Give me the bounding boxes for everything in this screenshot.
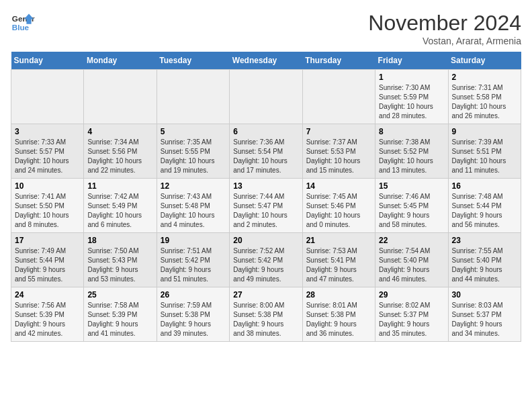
calendar-week-row: 1Sunrise: 7:30 AM Sunset: 5:59 PM Daylig… [11,70,521,124]
day-info: Sunrise: 8:00 AM Sunset: 5:38 PM Dayligh… [233,301,298,338]
calendar-cell: 16Sunrise: 7:48 AM Sunset: 5:44 PM Dayli… [448,179,521,233]
calendar-cell: 2Sunrise: 7:31 AM Sunset: 5:58 PM Daylig… [448,70,521,124]
calendar-week-row: 24Sunrise: 7:56 AM Sunset: 5:39 PM Dayli… [11,287,521,342]
calendar-cell: 28Sunrise: 8:01 AM Sunset: 5:38 PM Dayli… [302,287,375,342]
day-info: Sunrise: 7:52 AM Sunset: 5:42 PM Dayligh… [233,246,298,284]
day-number: 4 [87,127,152,136]
day-number: 3 [15,127,80,136]
calendar-cell: 26Sunrise: 7:59 AM Sunset: 5:38 PM Dayli… [157,287,229,342]
day-info: Sunrise: 7:41 AM Sunset: 5:50 PM Dayligh… [15,192,80,230]
day-number: 10 [15,181,80,191]
day-info: Sunrise: 7:58 AM Sunset: 5:39 PM Dayligh… [87,301,152,338]
day-info: Sunrise: 8:03 AM Sunset: 5:37 PM Dayligh… [452,301,517,338]
calendar-cell [230,70,302,124]
day-number: 11 [87,181,152,191]
calendar-body: 1Sunrise: 7:30 AM Sunset: 5:59 PM Daylig… [11,70,521,342]
day-info: Sunrise: 7:59 AM Sunset: 5:38 PM Dayligh… [161,301,226,338]
logo: General Blue [11,11,35,35]
day-number: 22 [379,236,444,245]
calendar-cell: 22Sunrise: 7:54 AM Sunset: 5:40 PM Dayli… [375,233,448,287]
day-info: Sunrise: 7:44 AM Sunset: 5:47 PM Dayligh… [233,192,298,230]
logo-icon: General Blue [11,11,35,35]
day-number: 1 [379,73,444,82]
day-info: Sunrise: 7:55 AM Sunset: 5:40 PM Dayligh… [452,246,517,284]
calendar-cell [302,70,375,124]
day-number: 30 [452,290,517,300]
day-number: 13 [233,181,298,191]
weekday-header-row: Sunday Monday Tuesday Wednesday Thursday… [11,52,521,70]
calendar-cell: 13Sunrise: 7:44 AM Sunset: 5:47 PM Dayli… [230,179,302,233]
day-number: 15 [379,181,444,191]
day-info: Sunrise: 7:36 AM Sunset: 5:54 PM Dayligh… [233,138,298,175]
day-info: Sunrise: 7:51 AM Sunset: 5:42 PM Dayligh… [161,246,226,284]
day-number: 9 [452,127,517,136]
calendar-header: Sunday Monday Tuesday Wednesday Thursday… [11,52,521,70]
calendar-cell: 25Sunrise: 7:58 AM Sunset: 5:39 PM Dayli… [84,287,157,342]
day-info: Sunrise: 7:53 AM Sunset: 5:41 PM Dayligh… [306,246,371,284]
calendar-cell [157,70,229,124]
day-number: 25 [87,290,152,300]
day-info: Sunrise: 7:37 AM Sunset: 5:53 PM Dayligh… [306,138,371,175]
day-info: Sunrise: 7:31 AM Sunset: 5:58 PM Dayligh… [452,83,517,121]
day-number: 7 [306,127,371,136]
day-number: 28 [306,290,371,300]
day-info: Sunrise: 7:34 AM Sunset: 5:56 PM Dayligh… [87,138,152,175]
page-header: General Blue November 2024 Vostan, Arara… [11,11,521,46]
calendar-week-row: 17Sunrise: 7:49 AM Sunset: 5:44 PM Dayli… [11,233,521,287]
day-number: 12 [161,181,226,191]
calendar-cell: 18Sunrise: 7:50 AM Sunset: 5:43 PM Dayli… [84,233,157,287]
header-saturday: Saturday [448,52,521,70]
day-info: Sunrise: 7:50 AM Sunset: 5:43 PM Dayligh… [87,246,152,284]
calendar-cell: 7Sunrise: 7:37 AM Sunset: 5:53 PM Daylig… [302,124,375,179]
calendar-cell: 4Sunrise: 7:34 AM Sunset: 5:56 PM Daylig… [84,124,157,179]
calendar-cell: 21Sunrise: 7:53 AM Sunset: 5:41 PM Dayli… [302,233,375,287]
day-number: 16 [452,181,517,191]
header-wednesday: Wednesday [230,52,302,70]
calendar-week-row: 10Sunrise: 7:41 AM Sunset: 5:50 PM Dayli… [11,179,521,233]
day-info: Sunrise: 7:43 AM Sunset: 5:48 PM Dayligh… [161,192,226,230]
day-info: Sunrise: 7:49 AM Sunset: 5:44 PM Dayligh… [15,246,80,284]
calendar-cell: 8Sunrise: 7:38 AM Sunset: 5:52 PM Daylig… [375,124,448,179]
day-info: Sunrise: 7:39 AM Sunset: 5:51 PM Dayligh… [452,138,517,175]
calendar-cell: 10Sunrise: 7:41 AM Sunset: 5:50 PM Dayli… [11,179,84,233]
calendar-cell: 23Sunrise: 7:55 AM Sunset: 5:40 PM Dayli… [448,233,521,287]
calendar-cell: 30Sunrise: 8:03 AM Sunset: 5:37 PM Dayli… [448,287,521,342]
day-number: 24 [15,290,80,300]
calendar-cell: 15Sunrise: 7:46 AM Sunset: 5:45 PM Dayli… [375,179,448,233]
calendar-cell: 27Sunrise: 8:00 AM Sunset: 5:38 PM Dayli… [230,287,302,342]
day-info: Sunrise: 7:38 AM Sunset: 5:52 PM Dayligh… [379,138,444,175]
day-number: 18 [87,236,152,245]
calendar-cell: 1Sunrise: 7:30 AM Sunset: 5:59 PM Daylig… [375,70,448,124]
calendar-cell: 11Sunrise: 7:42 AM Sunset: 5:49 PM Dayli… [84,179,157,233]
calendar-cell: 19Sunrise: 7:51 AM Sunset: 5:42 PM Dayli… [157,233,229,287]
day-number: 29 [379,290,444,300]
day-info: Sunrise: 7:45 AM Sunset: 5:46 PM Dayligh… [306,192,371,230]
calendar-cell: 20Sunrise: 7:52 AM Sunset: 5:42 PM Dayli… [230,233,302,287]
day-number: 5 [161,127,226,136]
day-number: 26 [161,290,226,300]
calendar-cell: 12Sunrise: 7:43 AM Sunset: 5:48 PM Dayli… [157,179,229,233]
day-info: Sunrise: 7:54 AM Sunset: 5:40 PM Dayligh… [379,246,444,284]
header-tuesday: Tuesday [157,52,229,70]
day-number: 17 [15,236,80,245]
day-info: Sunrise: 7:56 AM Sunset: 5:39 PM Dayligh… [15,301,80,338]
day-info: Sunrise: 8:02 AM Sunset: 5:37 PM Dayligh… [379,301,444,338]
day-info: Sunrise: 7:42 AM Sunset: 5:49 PM Dayligh… [87,192,152,230]
calendar-table: Sunday Monday Tuesday Wednesday Thursday… [11,52,521,342]
day-info: Sunrise: 7:46 AM Sunset: 5:45 PM Dayligh… [379,192,444,230]
header-friday: Friday [375,52,448,70]
day-info: Sunrise: 7:33 AM Sunset: 5:57 PM Dayligh… [15,138,80,175]
calendar-cell [84,70,157,124]
calendar-cell: 6Sunrise: 7:36 AM Sunset: 5:54 PM Daylig… [230,124,302,179]
calendar-cell [11,70,84,124]
title-block: November 2024 Vostan, Ararat, Armenia [368,11,521,46]
calendar-cell: 14Sunrise: 7:45 AM Sunset: 5:46 PM Dayli… [302,179,375,233]
calendar-cell: 3Sunrise: 7:33 AM Sunset: 5:57 PM Daylig… [11,124,84,179]
calendar-cell: 5Sunrise: 7:35 AM Sunset: 5:55 PM Daylig… [157,124,229,179]
day-number: 21 [306,236,371,245]
calendar-cell: 29Sunrise: 8:02 AM Sunset: 5:37 PM Dayli… [375,287,448,342]
day-number: 14 [306,181,371,191]
day-number: 8 [379,127,444,136]
day-number: 23 [452,236,517,245]
day-info: Sunrise: 7:48 AM Sunset: 5:44 PM Dayligh… [452,192,517,230]
